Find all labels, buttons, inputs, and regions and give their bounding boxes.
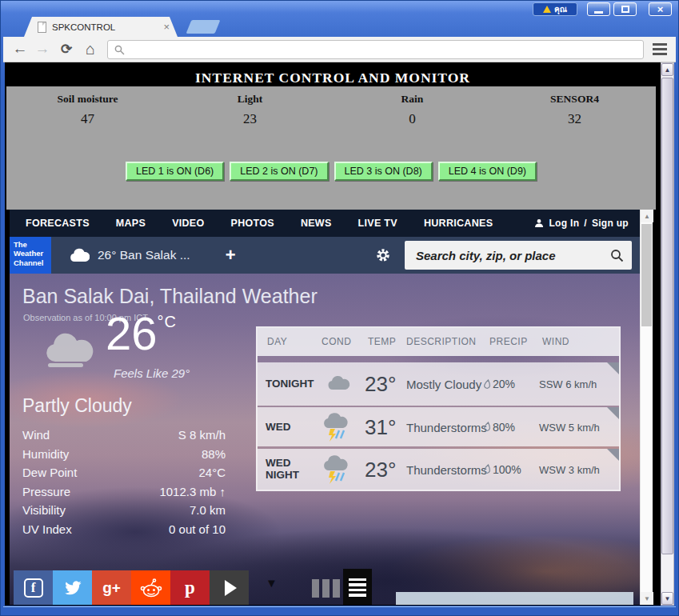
- led2-button[interactable]: LED 2 is ON (D7): [230, 162, 328, 181]
- reload-button[interactable]: ⟳: [56, 38, 77, 59]
- window-scrollbar[interactable]: ▲ ▼: [661, 62, 674, 606]
- detail-value: 0 out of 10: [169, 522, 226, 536]
- nav-photos[interactable]: PHOTOS: [231, 218, 274, 229]
- add-location-button[interactable]: +: [226, 245, 236, 266]
- detail-label: Wind: [22, 428, 50, 442]
- close-window-button[interactable]: ×: [649, 2, 672, 16]
- nav-maps[interactable]: MAPS: [116, 218, 146, 229]
- browser-tab[interactable]: SPKCONTROL ×: [24, 17, 178, 37]
- col-precip: PRECIP: [489, 336, 528, 347]
- sensor-label: Light: [169, 93, 331, 106]
- feels-like: Feels Like 29°: [114, 366, 190, 380]
- nav-news[interactable]: NEWS: [301, 218, 332, 229]
- widget-scrollbar[interactable]: ▲ ▼: [640, 210, 653, 605]
- forecast-day: WED NIGHT: [266, 457, 317, 482]
- detail-label: Dew Point: [22, 466, 77, 479]
- logo-line: Channel: [14, 258, 51, 267]
- pinterest-share-button[interactable]: p: [170, 570, 210, 605]
- temp-unit: °C: [158, 313, 177, 330]
- nav-live-tv[interactable]: LIVE TV: [358, 218, 397, 229]
- current-temperature: 26°C: [106, 310, 177, 357]
- home-button[interactable]: ⌂: [80, 38, 101, 59]
- signup-link[interactable]: Sign up: [592, 218, 629, 229]
- scroll-up-arrow[interactable]: ▲: [661, 63, 673, 76]
- search-icon: [114, 45, 125, 55]
- led1-button[interactable]: LED 1 is ON (D6): [126, 162, 224, 181]
- page-icon: [38, 22, 46, 33]
- detail-row: Humidity88%: [22, 445, 226, 464]
- scroll-down-arrow[interactable]: ▼: [641, 592, 653, 605]
- forward-button[interactable]: →: [32, 38, 53, 59]
- list-view-toggle[interactable]: [343, 569, 372, 605]
- forecast-description: Thunderstorms: [406, 462, 487, 476]
- led3-button[interactable]: LED 3 is ON (D8): [334, 162, 433, 181]
- maximize-button[interactable]: [613, 2, 637, 16]
- detail-row: Visibility7.0 km: [22, 501, 226, 520]
- col-wind: WIND: [542, 336, 569, 347]
- precip-value: 80%: [493, 421, 515, 434]
- auth-separator: /: [584, 218, 587, 229]
- forecast-wind: WSW 5 km/h: [539, 421, 600, 433]
- forecast-temp: 31°: [365, 414, 396, 439]
- twitter-share-button[interactable]: [53, 570, 92, 605]
- badge-text: คุณ: [554, 3, 567, 15]
- forecast-row-wed[interactable]: WED 31° Thunderstorms 80% WSW 5 km/h: [258, 407, 619, 446]
- minimize-button[interactable]: [587, 2, 610, 16]
- address-bar[interactable]: [107, 40, 644, 59]
- detail-value: 7.0 km: [190, 503, 226, 517]
- weather-nav: FORECASTS MAPS VIDEO PHOTOS NEWS LIVE TV…: [10, 210, 640, 237]
- current-location-tab[interactable]: 26° Ban Salak ...: [98, 248, 190, 262]
- column-view-toggle[interactable]: [312, 579, 340, 598]
- forecast-wind: SSW 6 km/h: [539, 378, 597, 390]
- logo-line: The: [14, 240, 51, 249]
- scroll-up-arrow[interactable]: ▲: [641, 210, 653, 222]
- address-input[interactable]: [130, 42, 643, 57]
- forecast-row-tonight[interactable]: TONIGHT 23° Mostly Cloudy 20% SSW 6 km/h: [258, 362, 619, 406]
- forecast-temp: 23°: [365, 457, 396, 482]
- search-icon[interactable]: [610, 249, 624, 262]
- scrollbar-thumb[interactable]: [641, 224, 652, 326]
- nav-video[interactable]: VIDEO: [172, 218, 204, 229]
- detail-label: Pressure: [22, 485, 70, 498]
- twc-logo[interactable]: The Weather Channel: [10, 237, 51, 274]
- gear-icon[interactable]: [376, 248, 390, 262]
- sensor-4: SENSOR4 32: [493, 93, 656, 127]
- temp-value: 26: [106, 307, 158, 359]
- nav-hurricanes[interactable]: HURRICANES: [424, 218, 493, 229]
- detail-row: UV Index0 out of 10: [22, 520, 226, 539]
- scrollbar-thumb[interactable]: [661, 78, 673, 554]
- forecast-precip: 20%: [483, 378, 515, 390]
- col-day: DAY: [267, 336, 287, 347]
- facebook-share-button[interactable]: f: [14, 570, 53, 605]
- forecast-row-wed-night[interactable]: WED NIGHT 23° Thunderstorms 100% WSW 3 k…: [258, 449, 619, 490]
- partial-bottom-panel: [396, 592, 633, 605]
- reddit-share-button[interactable]: [131, 570, 170, 605]
- sensor-label: SENSOR4: [493, 93, 656, 106]
- tab-close-icon[interactable]: ×: [160, 21, 170, 33]
- new-tab-button[interactable]: [186, 20, 221, 34]
- tab-title: SPKCONTROL: [46, 22, 160, 32]
- browser-toolbar: ← → ⟳ ⌂: [3, 37, 676, 62]
- nav-forecasts[interactable]: FORECASTS: [26, 218, 90, 229]
- led-button-row: LED 1 is ON (D6) LED 2 is ON (D7) LED 3 …: [6, 162, 656, 181]
- more-share-button[interactable]: [210, 570, 249, 605]
- scroll-down-arrow[interactable]: ▼: [661, 592, 673, 605]
- detail-value: 1012.3 mb ↑: [159, 485, 226, 498]
- forecast-precip: 100%: [483, 463, 521, 476]
- auth-links: Log In / Sign up: [534, 218, 629, 229]
- forecast-precip: 80%: [483, 421, 515, 434]
- googleplus-share-button[interactable]: g+: [92, 570, 131, 605]
- forecast-day: WED: [266, 421, 317, 434]
- detail-value: S 8 km/h: [178, 428, 226, 442]
- col-description: DESCRIPTION: [406, 336, 477, 347]
- weather-search-box[interactable]: Search city, zip, or place: [405, 241, 632, 270]
- dropdown-caret-icon[interactable]: ▼: [266, 576, 278, 590]
- menu-button[interactable]: [653, 43, 667, 55]
- sensor-value: 23: [169, 111, 331, 127]
- back-button[interactable]: ←: [10, 38, 30, 59]
- weather-widget: FORECASTS MAPS VIDEO PHOTOS NEWS LIVE TV…: [10, 210, 640, 605]
- led4-button[interactable]: LED 4 is ON (D9): [438, 162, 537, 181]
- login-link[interactable]: Log In: [549, 218, 579, 229]
- notification-badge[interactable]: คุณ: [533, 2, 577, 16]
- cloud-icon: [69, 248, 90, 262]
